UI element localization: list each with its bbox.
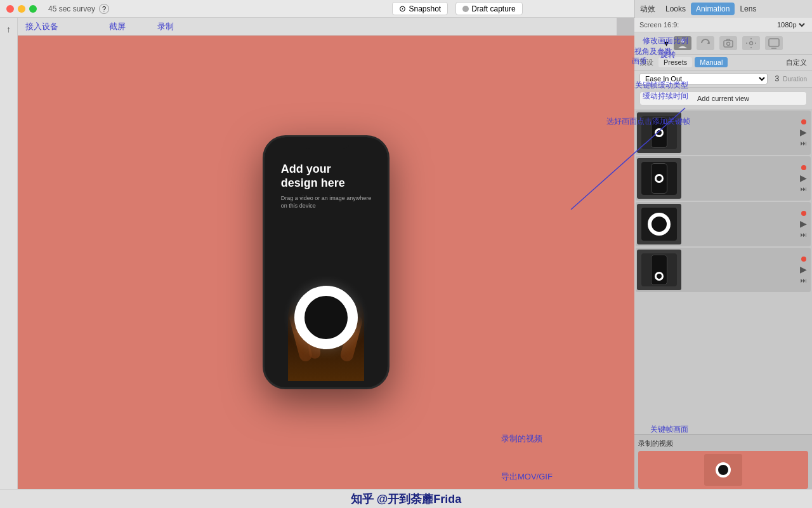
draft-dot	[462, 6, 469, 12]
kf-skip-btn-3[interactable]: ⏭	[801, 231, 807, 238]
snapshot-icon: ⊙	[399, 4, 406, 13]
phone-screen: Add yourdesign here Drag a video or an i…	[265, 137, 388, 387]
duration-label: Duration	[783, 76, 807, 83]
view-rotate-icon[interactable]	[697, 36, 714, 50]
kf-play-btn-2[interactable]: ▶	[800, 173, 807, 183]
pointer-tool[interactable]: ↑	[3, 23, 15, 36]
keyframe-controls-2: ▶ ⏭	[800, 165, 809, 192]
kf-record-dot-2[interactable]	[801, 165, 806, 170]
record-label[interactable]: 录制	[157, 21, 174, 32]
phone-mockup: Add yourdesign here Drag a video or an i…	[263, 135, 390, 389]
phone-visual	[265, 248, 388, 387]
annotation-keyframe-label: 关键帧画面	[650, 424, 688, 435]
annotation-export: 导出MOV/GIF	[501, 471, 553, 483]
right-panel: Screen 16:9: 1080p 720p 4K ▾ 视角及参数	[634, 18, 812, 508]
draft-label: Draft capture	[471, 4, 515, 13]
keyframe-controls-4: ▶ ⏭	[800, 257, 809, 284]
svg-point-4	[726, 43, 730, 46]
kf-skip-btn-2[interactable]: ⏭	[801, 185, 807, 192]
left-toolbar: ↑	[0, 18, 18, 508]
annotation-easing-type: 关键帧缓动类型	[635, 80, 688, 91]
tab-lens[interactable]: Lens	[735, 3, 761, 15]
survey-title: 45 sec survey	[48, 4, 95, 13]
kf-skip-btn-1[interactable]: ⏭	[801, 140, 807, 147]
annotation-quality: 画质	[632, 56, 647, 67]
secondary-toolbar: 接入设备 截屏 录制	[0, 18, 617, 36]
keyframe-item-2[interactable]: ▶ ⏭	[636, 156, 811, 201]
keyframe-controls-3: ▶ ⏭	[800, 211, 809, 238]
draft-capture-button[interactable]: Draft capture	[455, 2, 522, 15]
keyframe-item-4[interactable]: ▶ ⏭	[636, 248, 811, 292]
annotation-duration: 缓动持续时间	[643, 91, 688, 102]
phone-notch	[301, 137, 351, 149]
custom-label: 自定义	[786, 58, 807, 67]
keyframe-controls-1: ▶ ⏭	[800, 119, 809, 147]
screen-info-label: Screen 16:9:	[639, 21, 679, 29]
ring-element	[294, 286, 358, 349]
annotation-modify-ratio: 修改画面比例	[643, 36, 688, 46]
tab-animation[interactable]: Animation	[691, 3, 735, 15]
screenshot-label[interactable]: 截屏	[109, 21, 126, 32]
phone-subtitle: Drag a video or an image anywhereon this…	[281, 195, 372, 210]
keyframe-item-3[interactable]: ▶ ⏭	[636, 202, 811, 246]
view-camera-icon[interactable]	[719, 36, 737, 50]
keyframe-list: ▶ ⏭ ▶ ⏭	[634, 109, 812, 434]
main-canvas: Add yourdesign here Drag a video or an i…	[18, 36, 634, 489]
watermark-text: 知乎 @开到荼蘼Frida	[351, 491, 462, 507]
maximize-button[interactable]	[29, 5, 37, 13]
video-thumbnail	[638, 451, 808, 489]
annotation-recorded: 录制的视频	[501, 433, 542, 444]
svg-point-5	[749, 42, 752, 45]
phone-content: Add yourdesign here Drag a video or an i…	[271, 156, 382, 217]
keyframe-thumb-3	[637, 204, 681, 244]
connect-label: 接入设备	[25, 21, 58, 32]
bottom-bar: 知乎 @开到荼蘼Frida	[0, 489, 812, 508]
right-panel-tabs: 动效 Looks Animation Lens	[634, 0, 812, 18]
annotation-add-keyframe: 选好画面点击添加关键帧	[606, 116, 690, 127]
tab-looks[interactable]: Looks	[660, 3, 691, 15]
kf-play-btn-1[interactable]: ▶	[800, 127, 807, 137]
phone-title: Add yourdesign here	[281, 163, 372, 190]
kf-record-dot-4[interactable]	[801, 257, 806, 262]
help-icon[interactable]: ?	[99, 4, 109, 14]
close-button[interactable]	[6, 5, 14, 13]
keyframe-thumb-4	[637, 250, 681, 290]
kf-record-dot-3[interactable]	[801, 211, 806, 216]
kf-skip-btn-4[interactable]: ⏭	[801, 277, 807, 284]
keyframe-thumb-2	[637, 158, 681, 199]
view-settings-icon[interactable]	[742, 36, 760, 50]
screen-info-bar: Screen 16:9: 1080p 720p 4K	[634, 18, 812, 32]
recorded-video-label: 录制的视频	[638, 439, 808, 448]
resolution-select[interactable]: 1080p 720p 4K	[775, 20, 807, 29]
manual-button[interactable]: Manual	[695, 57, 728, 67]
traffic-lights	[0, 5, 43, 13]
kf-play-btn-4[interactable]: ▶	[800, 264, 807, 274]
snapshot-button[interactable]: ⊙ Snapshot	[392, 2, 448, 15]
kf-play-btn-3[interactable]: ▶	[800, 218, 807, 229]
duration-value: 3	[775, 74, 780, 83]
annotation-rotate: 旋转	[660, 50, 676, 60]
snapshot-label: Snapshot	[409, 4, 441, 13]
svg-rect-6	[769, 39, 779, 46]
minimize-button[interactable]	[18, 5, 25, 13]
svg-rect-3	[724, 41, 733, 47]
kf-record-dot-1[interactable]	[801, 119, 806, 124]
view-screen-icon[interactable]	[765, 36, 783, 50]
tab-effects[interactable]: 动效	[635, 2, 660, 17]
